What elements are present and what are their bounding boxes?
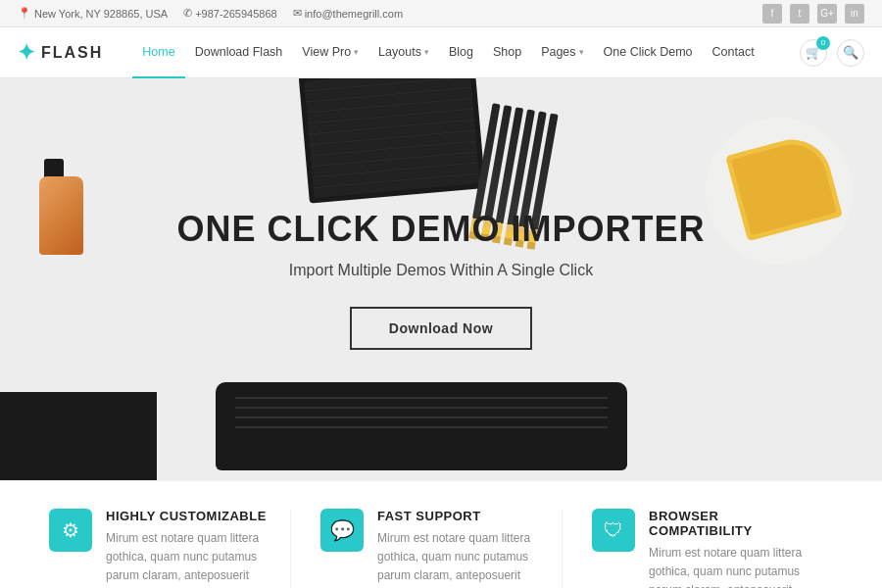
customizable-text: HIGHLY CUSTOMIZABLE Mirum est notare qua… bbox=[106, 509, 270, 588]
header-right: 🛒 0 🔍 bbox=[800, 39, 864, 67]
twitter-icon[interactable]: t bbox=[790, 4, 809, 24]
support-icon: 💬 bbox=[320, 509, 364, 552]
nav-contact[interactable]: Contact bbox=[703, 27, 764, 78]
nav-blog[interactable]: Blog bbox=[439, 27, 483, 78]
cart-button[interactable]: 🛒 0 bbox=[800, 39, 827, 67]
location-info: 📍 New York, NY 928865, USA bbox=[18, 7, 168, 20]
customizable-icon: ⚙ bbox=[49, 509, 92, 552]
location-icon: 📍 bbox=[18, 7, 31, 20]
social-links: f t G+ in bbox=[762, 4, 864, 24]
logo[interactable]: ✦ FLASH bbox=[18, 40, 103, 66]
top-bar: 📍 New York, NY 928865, USA ✆ +987-265945… bbox=[0, 0, 882, 27]
nav-layouts[interactable]: Layouts ▾ bbox=[368, 27, 439, 78]
hero-content: ONE CLICK DEMO IMPORTER Import Multiple … bbox=[137, 189, 744, 369]
nav-download-flash[interactable]: Download Flash bbox=[185, 27, 293, 78]
hero-overlay: ONE CLICK DEMO IMPORTER Import Multiple … bbox=[0, 78, 882, 480]
hero-subtitle: Import Multiple Demos Within A Single Cl… bbox=[176, 262, 705, 279]
features-section: ⚙ HIGHLY CUSTOMIZABLE Mirum est notare q… bbox=[0, 480, 882, 588]
chevron-down-icon: ▾ bbox=[354, 47, 359, 57]
feature-support: 💬 FAST SUPPORT Mirum est notare quam lit… bbox=[290, 509, 562, 588]
facebook-icon[interactable]: f bbox=[762, 4, 782, 24]
logo-bird-icon: ✦ bbox=[18, 40, 35, 66]
compatibility-icon: 🛡 bbox=[592, 509, 635, 552]
customizable-desc: Mirum est notare quam littera gothica, q… bbox=[106, 529, 270, 586]
nav-home[interactable]: Home bbox=[132, 27, 184, 78]
support-desc: Mirum est notare quam littera gothica, q… bbox=[377, 529, 542, 586]
nav-view-pro[interactable]: View Pro ▾ bbox=[292, 27, 368, 78]
chevron-down-icon: ▾ bbox=[579, 47, 584, 57]
nav-one-click-demo[interactable]: One Click Demo bbox=[594, 27, 703, 78]
search-button[interactable]: 🔍 bbox=[837, 39, 864, 67]
email-info: ✉ info@themegrill.com bbox=[293, 7, 403, 20]
phone-icon: ✆ bbox=[183, 7, 192, 20]
logo-text: FLASH bbox=[41, 44, 103, 62]
phone-info: ✆ +987-265945868 bbox=[183, 7, 277, 20]
chevron-down-icon: ▾ bbox=[424, 47, 429, 57]
hero-section: ONE CLICK DEMO IMPORTER Import Multiple … bbox=[0, 78, 882, 480]
nav-pages[interactable]: Pages ▾ bbox=[531, 27, 593, 78]
cart-badge: 0 bbox=[816, 36, 830, 50]
compatibility-text: BROWSER COMPATIBILITY Mirum est notare q… bbox=[649, 509, 813, 588]
support-title: FAST SUPPORT bbox=[377, 509, 542, 523]
top-bar-left: 📍 New York, NY 928865, USA ✆ +987-265945… bbox=[18, 7, 403, 20]
compatibility-title: BROWSER COMPATIBILITY bbox=[649, 509, 813, 538]
support-text: FAST SUPPORT Mirum est notare quam litte… bbox=[377, 509, 542, 588]
nav-shop[interactable]: Shop bbox=[483, 27, 531, 78]
hero-title: ONE CLICK DEMO IMPORTER bbox=[176, 209, 705, 250]
customizable-title: HIGHLY CUSTOMIZABLE bbox=[106, 509, 270, 523]
feature-compatibility: 🛡 BROWSER COMPATIBILITY Mirum est notare… bbox=[562, 509, 833, 588]
linkedin-icon[interactable]: in bbox=[845, 4, 864, 24]
feature-customizable: ⚙ HIGHLY CUSTOMIZABLE Mirum est notare q… bbox=[49, 509, 290, 588]
main-nav: Home Download Flash View Pro ▾ Layouts ▾… bbox=[132, 27, 800, 78]
download-now-button[interactable]: Download Now bbox=[350, 307, 532, 350]
header: ✦ FLASH Home Download Flash View Pro ▾ L… bbox=[0, 27, 882, 78]
googleplus-icon[interactable]: G+ bbox=[817, 4, 837, 24]
compatibility-desc: Mirum est notare quam littera gothica, q… bbox=[649, 544, 813, 588]
email-icon: ✉ bbox=[293, 7, 302, 20]
